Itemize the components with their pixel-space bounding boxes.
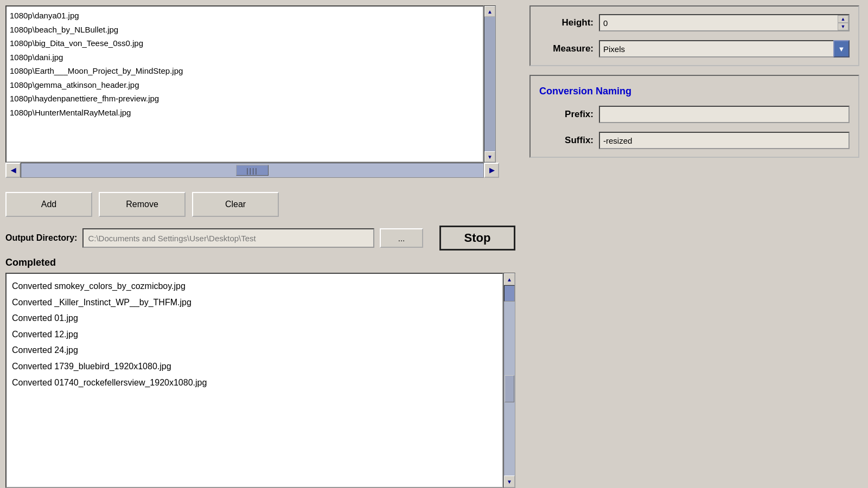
list-item: Converted 12.jpg: [12, 326, 497, 343]
suffix-input[interactable]: [599, 132, 850, 149]
list-item: 1080p\dani.jpg: [10, 50, 480, 65]
measure-dropdown-arrow[interactable]: ▼: [833, 40, 850, 57]
list-item: Converted _Killer_Instinct_WP__by_THFM.j…: [12, 294, 497, 311]
add-button[interactable]: Add: [5, 192, 92, 217]
h-scroll-right[interactable]: ▶: [484, 163, 499, 178]
conversion-naming-title: Conversion Naming: [539, 86, 850, 97]
completed-scroll-up[interactable]: ▲: [504, 273, 515, 285]
list-item: 1080p\danya01.jpg: [10, 9, 480, 23]
list-item: 1080p\Earth___Moon_Project_by_MindStep.j…: [10, 64, 480, 78]
output-dir-label: Output Directory:: [5, 233, 77, 243]
height-spinner-up[interactable]: ▲: [838, 15, 848, 23]
list-item: 1080p\HunterMentalRayMetal.jpg: [10, 106, 480, 120]
clear-button[interactable]: Clear: [192, 192, 279, 217]
suffix-label: Suffix:: [539, 135, 593, 146]
measure-label: Measure:: [539, 43, 593, 54]
remove-button[interactable]: Remove: [99, 192, 186, 217]
measure-input[interactable]: [599, 40, 833, 57]
list-item: Converted 01740_rockefellersview_1920x10…: [12, 375, 497, 391]
list-item: Converted smokey_colors_by_cozmicboy.jpg: [12, 278, 497, 294]
list-item: 1080p\beach_by_NLBullet.jpg: [10, 23, 480, 37]
list-item: 1080p\big_Dita_von_Teese_0ss0.jpg: [10, 36, 480, 50]
completed-list: Converted smokey_colors_by_cozmicboy.jpg…: [5, 273, 503, 488]
browse-button[interactable]: ...: [380, 228, 423, 248]
file-list: 1080p\danya01.jpg1080p\beach_by_NLBullet…: [7, 7, 483, 121]
prefix-input[interactable]: [599, 106, 850, 123]
prefix-label: Prefix:: [539, 109, 593, 120]
h-scroll-left[interactable]: ◀: [5, 163, 21, 178]
stop-button[interactable]: Stop: [439, 226, 515, 251]
height-spinner-down[interactable]: ▼: [838, 23, 848, 30]
file-list-scroll-down[interactable]: ▼: [484, 151, 495, 162]
height-input[interactable]: [599, 14, 838, 31]
file-list-scroll-up[interactable]: ▲: [484, 6, 495, 17]
list-item: 1080p\haydenpanettiere_fhm-preview.jpg: [10, 92, 480, 106]
list-item: 1080p\gemma_atkinson_header.jpg: [10, 78, 480, 92]
list-item: Converted 01.jpg: [12, 310, 497, 326]
list-item: Converted 1739_bluebird_1920x1080.jpg: [12, 358, 497, 375]
height-label: Height:: [539, 17, 593, 28]
h-scroll-thumb[interactable]: ||||: [236, 165, 269, 176]
completed-label: Completed: [5, 257, 515, 268]
output-dir-input[interactable]: [82, 228, 374, 248]
list-item: Converted 24.jpg: [12, 342, 497, 358]
completed-scroll-down[interactable]: ▼: [504, 476, 515, 487]
